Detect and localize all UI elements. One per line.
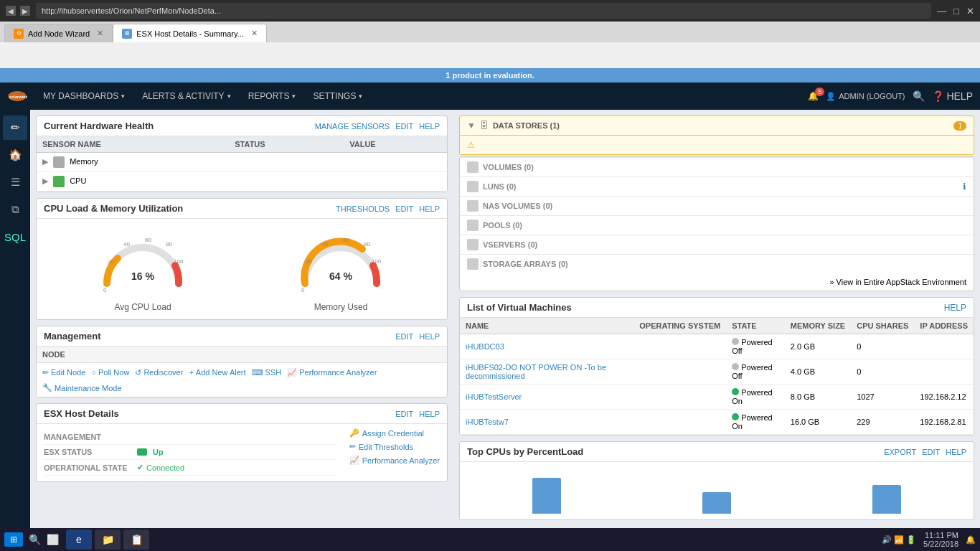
tab-close-2[interactable]: ✕ xyxy=(251,29,258,38)
appstack-link[interactable]: » View in Entire AppStack Environment xyxy=(460,273,974,291)
search-taskbar-icon[interactable]: 🔍 xyxy=(29,534,41,545)
back-button[interactable]: ◀ xyxy=(6,6,16,16)
volumes-item[interactable]: VOLUMES (0) xyxy=(460,157,974,176)
maintenance-link[interactable]: 🔧 Maintenance Mode xyxy=(42,383,122,392)
luns-item[interactable]: LUNS (0) ℹ xyxy=(460,176,974,196)
vm-name-link[interactable]: iHUBFS02-DO NOT POWER ON -To be decommis… xyxy=(466,363,606,380)
vm-name-link[interactable]: iHUBDC03 xyxy=(466,342,504,351)
vm-ip: 192.168.2.12 xyxy=(914,385,974,410)
data-stores-title: DATA STORES (1) xyxy=(493,121,560,130)
header-right: 🔔 5 👤 ADMIN (LOGOUT) 🔍 ❓ HELP xyxy=(808,90,973,102)
col-state: STATE xyxy=(726,318,785,334)
data-stores-header[interactable]: ▼ 🗄 DATA STORES (1) 1 xyxy=(460,116,974,135)
ds-collapse-icon: ▼ xyxy=(467,121,476,131)
vm-ip xyxy=(914,359,974,385)
vm-help-link[interactable]: HELP xyxy=(944,303,966,313)
table-row: iHUBDC03 Powered Off 2.0 GB 0 xyxy=(460,334,974,359)
user-menu-button[interactable]: 👤 ADMIN (LOGOUT) xyxy=(826,92,905,101)
tab-esx-host[interactable]: 🖥 ESX Host Details - Summary... ✕ xyxy=(113,24,267,42)
solarwinds-logo: solarwinds xyxy=(7,88,27,104)
add-alert-link[interactable]: + Add New Alert xyxy=(189,368,245,377)
task-view-icon[interactable]: ⬜ xyxy=(47,534,59,545)
logo: solarwinds xyxy=(7,88,27,104)
assign-credential-link[interactable]: 🔑 Assign Credential xyxy=(349,428,440,438)
tab-label-2: ESX Host Details - Summary... xyxy=(136,29,244,38)
memory-gauge-label: Memory Used xyxy=(314,302,368,312)
hw-edit-link[interactable]: EDIT xyxy=(395,122,413,131)
ssh-link[interactable]: ⌨ SSH xyxy=(252,368,282,377)
vm-name: iHUBTestServer xyxy=(460,385,633,410)
main-nav: MY DASHBOARDS ▾ ALERTS & ACTIVITY ▾ REPO… xyxy=(34,83,371,110)
start-button[interactable]: ⊞ xyxy=(4,532,23,547)
esx-perf-icon: 📈 xyxy=(349,456,359,465)
esx-help-link[interactable]: HELP xyxy=(419,410,440,418)
taskbar-right: 🔊 📶 🔋 11:11 PM 5/22/2018 🔔 xyxy=(882,531,976,548)
search-button[interactable]: 🔍 xyxy=(913,90,925,102)
vm-cpu-shares: 0 xyxy=(851,334,914,359)
cpu-help-link[interactable]: HELP xyxy=(419,204,440,213)
luns-info-icon[interactable]: ℹ xyxy=(963,182,966,192)
cpu-sensor: ▶ CPU xyxy=(37,172,229,192)
table-row: iHUBTestw7 Powered On 16.0 GB 229 192.16… xyxy=(460,410,974,435)
notifications-button[interactable]: 🔔 5 xyxy=(808,91,819,101)
url-bar[interactable]: http://ihubservertest/Orion/NetPerfMon/N… xyxy=(36,3,931,19)
poll-now-link[interactable]: ○ Poll Now xyxy=(91,368,129,377)
svg-text:100: 100 xyxy=(372,258,382,265)
svg-text:solarwinds: solarwinds xyxy=(9,95,27,100)
esx-edit-link[interactable]: EDIT xyxy=(395,410,413,418)
sidebar-icon-list[interactable]: ☰ xyxy=(3,170,27,194)
minimize-button[interactable]: — xyxy=(937,6,946,17)
vm-list-card: List of Virtual Machines HELP NAME OPERA… xyxy=(459,297,974,435)
hw-help-link[interactable]: HELP xyxy=(419,122,440,131)
expand-icon[interactable]: ▶ xyxy=(42,157,48,166)
nav-my-dashboards[interactable]: MY DASHBOARDS ▾ xyxy=(34,83,133,110)
esx-perf-analyzer-link[interactable]: 📈 Performance Analyzer xyxy=(349,456,440,465)
vm-name-link[interactable]: iHUBTestServer xyxy=(466,392,522,401)
explorer-app[interactable]: 📁 xyxy=(95,529,121,550)
sidebar-icon-pencil[interactable]: ✏ xyxy=(3,116,27,140)
rediscover-link[interactable]: ↺ Rediscover xyxy=(135,368,183,377)
help-button[interactable]: ❓ HELP xyxy=(932,90,973,102)
sidebar-icon-home[interactable]: 🏠 xyxy=(3,143,27,167)
top-cpus-help-link[interactable]: HELP xyxy=(946,448,966,456)
edit-icon: ✏ xyxy=(42,368,49,377)
storage-arrays-icon xyxy=(467,258,479,270)
nav-settings[interactable]: SETTINGS ▾ xyxy=(304,83,371,110)
mgmt-edit-link[interactable]: EDIT xyxy=(395,332,413,341)
connected-icon: ✔ xyxy=(137,463,143,472)
app3[interactable]: 📋 xyxy=(123,529,149,550)
vservers-item[interactable]: VSERVERS (0) xyxy=(460,235,974,254)
top-cpus-title: Top CPUs by PercentLoad xyxy=(467,446,583,457)
vm-memory: 8.0 GB xyxy=(785,385,851,410)
export-link[interactable]: EXPORT xyxy=(884,448,916,456)
edit-thresholds-link[interactable]: ✏ Edit Thresholds xyxy=(349,442,440,451)
ie-app[interactable]: e xyxy=(66,529,92,550)
perf-analyzer-link[interactable]: 📈 Performance Analyzer xyxy=(287,368,377,377)
notifications-taskbar[interactable]: 🔔 xyxy=(966,535,976,545)
tab-close-1[interactable]: ✕ xyxy=(97,29,103,38)
pools-item[interactable]: POOLS (0) xyxy=(460,215,974,235)
sidebar-icon-sql[interactable]: SQL xyxy=(3,225,27,249)
sidebar-icon-copy[interactable]: ⧉ xyxy=(3,197,27,222)
nas-volumes-item[interactable]: NAS VOLUMES (0) xyxy=(460,196,974,215)
vservers-icon xyxy=(467,239,479,250)
tab-add-node[interactable]: ⚙ Add Node Wizard ✕ xyxy=(4,24,113,42)
top-cpus-edit-link[interactable]: EDIT xyxy=(922,448,940,456)
mgmt-help-link[interactable]: HELP xyxy=(419,332,440,341)
expand-icon-2[interactable]: ▶ xyxy=(42,176,48,185)
vm-state: Powered On xyxy=(726,385,785,410)
nav-alerts-activity[interactable]: ALERTS & ACTIVITY ▾ xyxy=(133,83,239,110)
vm-name-link[interactable]: iHUBTestw7 xyxy=(466,418,509,426)
close-button[interactable]: ✕ xyxy=(966,6,974,17)
edit-node-link[interactable]: ✏ Edit Node xyxy=(42,368,85,377)
svg-text:40: 40 xyxy=(123,241,130,248)
storage-arrays-item[interactable]: STORAGE ARRAYS (0) xyxy=(460,254,974,273)
cpu-edit-link[interactable]: EDIT xyxy=(395,204,413,213)
maximize-button[interactable]: □ xyxy=(953,6,959,17)
thresholds-link[interactable]: THRESHOLDS xyxy=(336,204,390,213)
esx-status-value: Up xyxy=(137,448,164,456)
forward-button[interactable]: ▶ xyxy=(20,6,30,16)
field-management: MANAGEMENT xyxy=(44,430,335,445)
nav-reports[interactable]: REPORTS ▾ xyxy=(240,83,305,110)
manage-sensors-link[interactable]: MANAGE SENSORS xyxy=(315,122,390,131)
